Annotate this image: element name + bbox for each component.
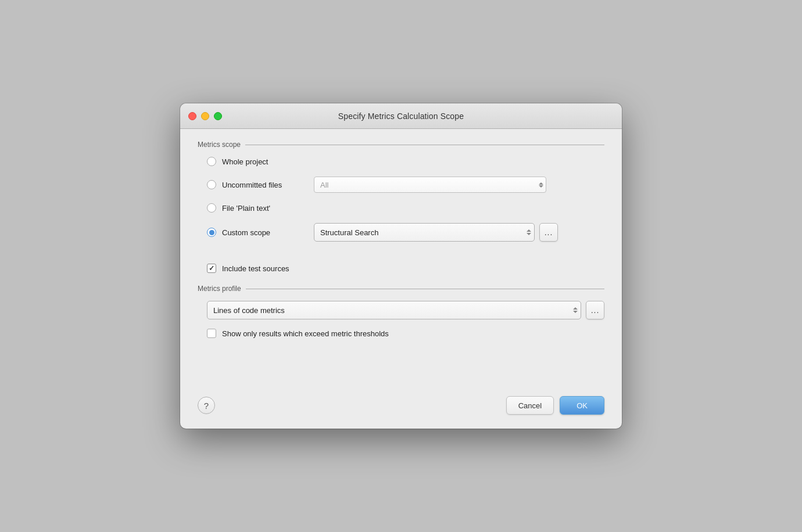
uncommitted-files-option[interactable]: Uncommitted files: [207, 180, 309, 189]
custom-scope-select[interactable]: Structural Search Project Files All Plac…: [314, 223, 535, 242]
radio-inner-dot: [209, 230, 214, 235]
radio-row-custom-scope: Custom scope Structural Search Project F…: [198, 223, 604, 242]
dialog-title: Specify Metrics Calculation Scope: [338, 112, 464, 121]
section-header-metrics-scope: Metrics scope: [198, 141, 604, 149]
uncommitted-dropdown-container: All Modified New: [314, 177, 546, 193]
custom-scope-label: Custom scope: [222, 228, 309, 237]
checkmark-icon: ✓: [209, 265, 214, 272]
include-test-sources-checkbox[interactable]: ✓: [207, 264, 216, 273]
file-plain-text-option[interactable]: File 'Plain text': [207, 203, 309, 213]
custom-scope-ellipsis-button[interactable]: ...: [539, 223, 558, 242]
radio-row-whole-project: Whole project: [198, 157, 604, 166]
show-only-label: Show only results which exceed metric th…: [222, 329, 389, 338]
window-controls: [188, 112, 222, 120]
whole-project-label: Whole project: [222, 157, 309, 166]
metrics-profile-section: Metrics profile Lines of code metrics Co…: [198, 285, 604, 338]
help-button[interactable]: ?: [198, 397, 215, 414]
profile-dropdown-wrap: Lines of code metrics Complexity metrics…: [207, 301, 581, 319]
show-only-row: Show only results which exceed metric th…: [198, 329, 604, 338]
profile-section-divider: [246, 289, 604, 289]
custom-scope-option[interactable]: Custom scope: [207, 228, 309, 237]
dialog-window: Specify Metrics Calculation Scope Metric…: [180, 103, 622, 429]
radio-row-uncommitted-files: Uncommitted files All Modified New: [198, 177, 604, 193]
profile-select[interactable]: Lines of code metrics Complexity metrics…: [207, 301, 581, 319]
titlebar: Specify Metrics Calculation Scope: [180, 103, 622, 129]
include-test-sources-label: Include test sources: [222, 264, 289, 273]
metrics-scope-section: Metrics scope Whole project Uncommitted …: [198, 141, 604, 252]
file-plain-text-label: File 'Plain text': [222, 204, 309, 213]
cancel-button[interactable]: Cancel: [506, 396, 554, 415]
action-buttons: Cancel OK: [506, 396, 604, 415]
custom-scope-radio[interactable]: [207, 228, 216, 237]
custom-scope-dropdown-wrap: Structural Search Project Files All Plac…: [314, 223, 535, 242]
profile-ellipsis-button[interactable]: ...: [586, 301, 604, 319]
maximize-button[interactable]: [214, 112, 222, 120]
show-only-checkbox[interactable]: [207, 329, 216, 338]
section-divider: [245, 145, 604, 145]
profile-dropdown-row: Lines of code metrics Complexity metrics…: [198, 301, 604, 319]
file-plain-text-radio[interactable]: [207, 203, 216, 213]
footer-row: ? Cancel OK: [198, 387, 604, 415]
uncommitted-files-select[interactable]: All Modified New: [314, 177, 546, 193]
minimize-button[interactable]: [201, 112, 209, 120]
radio-row-file-plain-text: File 'Plain text': [198, 203, 604, 213]
dialog-content: Metrics scope Whole project Uncommitted …: [180, 129, 622, 429]
section-header-metrics-profile: Metrics profile: [198, 285, 604, 293]
uncommitted-files-radio[interactable]: [207, 180, 216, 189]
whole-project-option[interactable]: Whole project: [207, 157, 309, 166]
uncommitted-files-label: Uncommitted files: [222, 181, 309, 189]
ok-button[interactable]: OK: [560, 396, 604, 415]
close-button[interactable]: [188, 112, 196, 120]
whole-project-radio[interactable]: [207, 157, 216, 166]
metrics-profile-label: Metrics profile: [198, 285, 241, 293]
uncommitted-files-dropdown-wrap: All Modified New: [314, 177, 546, 193]
metrics-scope-label: Metrics scope: [198, 141, 241, 149]
custom-scope-dropdown-container: Structural Search Project Files All Plac…: [314, 223, 558, 242]
include-test-sources-row: ✓ Include test sources: [198, 264, 604, 273]
